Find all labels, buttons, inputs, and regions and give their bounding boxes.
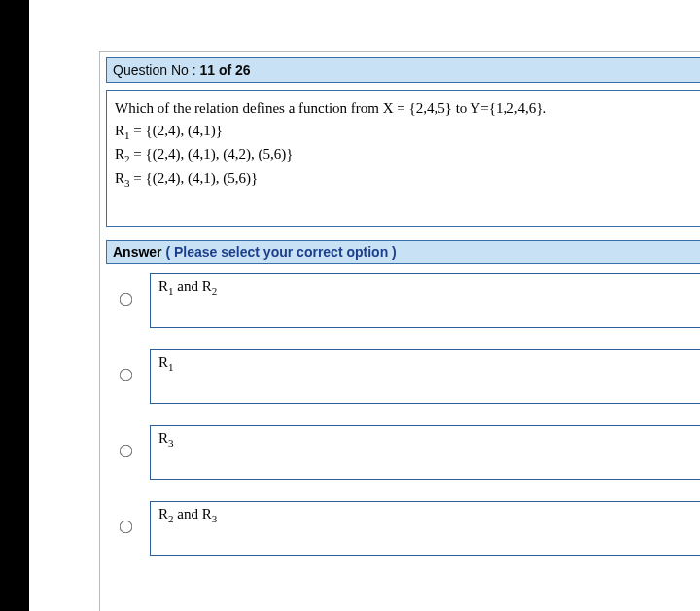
option-a-r1: R bbox=[158, 278, 168, 294]
relation-r2: R2 = {(2,4), (4,1), (4,2), (5,6)} bbox=[115, 143, 692, 167]
option-d-mid: and bbox=[174, 506, 202, 521]
option-c[interactable]: R3 bbox=[120, 425, 700, 480]
option-c-box: R3 bbox=[150, 425, 700, 480]
left-black-margin bbox=[0, 0, 29, 611]
answer-header: Answer ( Please select your correct opti… bbox=[106, 240, 700, 264]
option-b-r1: R bbox=[158, 354, 168, 370]
option-d-radio[interactable] bbox=[120, 521, 133, 534]
option-b-radio[interactable] bbox=[120, 369, 133, 382]
relation-r3: R3 = {(2,4), (4,1), (5,6)} bbox=[115, 167, 692, 192]
option-a[interactable]: R1 and R2 bbox=[120, 273, 700, 328]
r3-symbol: R bbox=[115, 170, 124, 186]
option-d-r2-sub: 3 bbox=[212, 513, 218, 524]
option-b-r1-sub: 1 bbox=[168, 361, 174, 373]
question-header-prefix: Question No : bbox=[113, 62, 200, 78]
option-a-r2-sub: 2 bbox=[212, 285, 218, 297]
option-d[interactable]: R2 and R3 bbox=[120, 501, 700, 556]
question-number: 11 of 26 bbox=[200, 62, 251, 78]
option-d-box: R2 and R3 bbox=[150, 501, 700, 556]
option-b[interactable]: R1 bbox=[120, 349, 700, 404]
option-c-radio[interactable] bbox=[120, 445, 133, 458]
option-c-r1: R bbox=[158, 430, 168, 446]
option-a-r2: R bbox=[202, 278, 212, 294]
r1-def: = {(2,4), (4,1)} bbox=[130, 123, 223, 138]
r1-symbol: R bbox=[115, 123, 124, 138]
question-header: Question No : 11 of 26 bbox=[106, 57, 700, 83]
answer-header-hint: ( Please select your correct option ) bbox=[165, 244, 396, 260]
option-a-mid: and bbox=[174, 278, 202, 294]
r3-def: = {(2,4), (4,1), (5,6)} bbox=[130, 170, 259, 186]
r2-symbol: R bbox=[115, 146, 124, 162]
relation-r1: R1 = {(2,4), (4,1)} bbox=[115, 120, 692, 144]
answer-header-lead: Answer bbox=[113, 244, 165, 260]
option-a-box: R1 and R2 bbox=[150, 273, 700, 328]
option-a-radio[interactable] bbox=[120, 293, 133, 306]
option-d-r2: R bbox=[202, 506, 212, 521]
question-body: Which of the relation defines a function… bbox=[106, 90, 700, 227]
answer-options: R1 and R2 R1 R3 R2 a bbox=[106, 273, 700, 556]
option-b-box: R1 bbox=[150, 349, 700, 404]
option-c-r1-sub: 3 bbox=[168, 437, 174, 449]
question-prompt: Which of the relation defines a function… bbox=[115, 97, 692, 120]
r2-def: = {(2,4), (4,1), (4,2), (5,6)} bbox=[130, 146, 294, 162]
page-frame: Question No : 11 of 26 Which of the rela… bbox=[99, 51, 700, 611]
option-d-r1: R bbox=[158, 506, 168, 521]
